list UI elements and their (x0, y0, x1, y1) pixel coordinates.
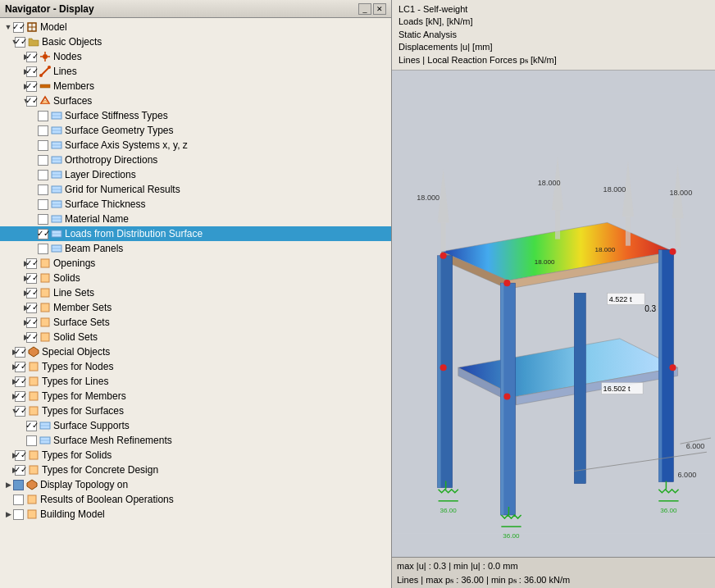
checkbox-surface-supports[interactable]: ✓ (26, 421, 37, 431)
checkbox-surface-sets[interactable]: ✓ (26, 317, 37, 328)
checkbox-surface-mesh[interactable] (26, 435, 37, 446)
icon-grid (50, 183, 63, 196)
3d-viewport[interactable]: 18.000 18.000 18.000 18.000 18.000 18.00… (392, 71, 715, 557)
tree-item-beam-panels[interactable]: ▶Beam Panels (0, 241, 391, 256)
tree-item-types-lines[interactable]: ▶✓Types for Lines (0, 374, 391, 389)
expander-nodes[interactable]: ▶ (2, 51, 26, 62)
tree-item-solids[interactable]: ▶✓Solids (0, 271, 391, 285)
tree-item-display-topology[interactable]: ▶Display Topology on (0, 477, 391, 492)
svg-text:0.3: 0.3 (644, 304, 656, 313)
checkbox-grid[interactable] (38, 185, 48, 195)
label-lines: Lines (53, 66, 77, 77)
svg-rect-67 (500, 283, 503, 515)
checkbox-types-members[interactable]: ✓ (15, 391, 25, 402)
icon-types-concrete (27, 463, 40, 476)
tree-item-basic-objects[interactable]: ▼✓Basic Objects (0, 34, 391, 49)
expander-member-sets[interactable]: ▶ (2, 302, 26, 313)
tree-container[interactable]: ▼✓Model▼✓Basic Objects▶✓Nodes▶✓Lines▶✓Me… (0, 18, 391, 588)
tree-item-types-surfaces[interactable]: ▼✓Types for Surfaces (0, 403, 391, 418)
checkbox-types-surfaces[interactable]: ✓ (15, 406, 25, 417)
checkbox-lines[interactable]: ✓ (26, 66, 37, 77)
checkbox-solids[interactable]: ✓ (26, 273, 37, 284)
svg-rect-34 (41, 259, 49, 267)
tree-item-layer[interactable]: ▶Layer Directions (0, 167, 391, 182)
checkbox-members[interactable]: ✓ (26, 81, 37, 92)
checkbox-surface-geometry[interactable] (38, 125, 48, 136)
tree-item-member-sets[interactable]: ▶✓Member Sets (0, 300, 391, 315)
checkbox-special-objects[interactable]: ✓ (15, 347, 25, 358)
close-button[interactable]: ✕ (373, 3, 386, 15)
tree-item-types-nodes[interactable]: ▶✓Types for Nodes (0, 359, 391, 374)
svg-text:4.522 t: 4.522 t (609, 295, 632, 303)
tree-item-orthotropy[interactable]: ▶Orthotropy Directions (0, 153, 391, 167)
expander-solid-sets[interactable]: ▶ (2, 331, 26, 343)
tree-item-building-model[interactable]: ▶Building Model (0, 507, 391, 522)
checkbox-results-boolean[interactable] (13, 495, 24, 505)
right-panel: LC1 - Self-weight Loads [kN], [kN/m] Sta… (392, 0, 715, 588)
expander-openings[interactable]: ▶ (2, 258, 26, 269)
tree-item-loads-dist[interactable]: ▶✓Loads from Distribution Surface (0, 226, 391, 241)
tree-item-surfaces[interactable]: ▼✓Surfaces (0, 93, 391, 108)
svg-rect-66 (658, 250, 662, 482)
checkbox-nodes[interactable]: ✓ (26, 52, 37, 62)
tree-item-solid-sets[interactable]: ▶✓Solid Sets (0, 330, 391, 344)
checkbox-material[interactable] (38, 214, 48, 225)
checkbox-types-lines[interactable]: ✓ (15, 376, 25, 387)
checkbox-basic-objects[interactable]: ✓ (15, 37, 25, 48)
label-surface-supports: Surface Supports (53, 420, 130, 431)
tree-item-surface-supports[interactable]: ▶✓Surface Supports (0, 418, 391, 433)
minimize-button[interactable]: _ (358, 3, 371, 15)
checkbox-surface-stiffness[interactable] (38, 111, 48, 121)
tree-item-model[interactable]: ▼✓Model (0, 20, 391, 34)
checkbox-types-concrete[interactable]: ✓ (15, 465, 25, 476)
expander-building-model[interactable]: ▶ (2, 508, 13, 520)
tree-item-surface-mesh[interactable]: ▶Surface Mesh Refinements (0, 433, 391, 448)
expander-lines[interactable]: ▶ (2, 66, 26, 77)
tree-item-surface-axis[interactable]: ▶Surface Axis Systems x, y, z (0, 138, 391, 153)
tree-item-material[interactable]: ▶Material Name (0, 212, 391, 226)
tree-item-special-objects[interactable]: ▶✓Special Objects (0, 344, 391, 359)
svg-rect-41 (30, 362, 38, 371)
checkbox-loads-dist[interactable]: ✓ (38, 229, 48, 239)
checkbox-surfaces[interactable]: ✓ (26, 96, 37, 107)
icon-types-lines (27, 375, 40, 388)
checkbox-building-model[interactable] (13, 509, 24, 520)
expander-members[interactable]: ▶ (2, 80, 26, 92)
tree-item-thickness[interactable]: ▶Surface Thickness (0, 197, 391, 212)
tree-item-members[interactable]: ▶✓Members (0, 79, 391, 93)
expander-solids[interactable]: ▶ (2, 272, 26, 284)
tree-item-types-solids[interactable]: ▶✓Types for Solids (0, 448, 391, 463)
checkbox-openings[interactable]: ✓ (26, 258, 37, 269)
tree-item-results-boolean[interactable]: ▶Results of Boolean Operations (0, 492, 391, 507)
icon-orthotropy (50, 153, 63, 166)
expander-line-sets[interactable]: ▶ (2, 287, 26, 299)
panel-header: Navigator - Display _ ✕ (0, 0, 391, 18)
tree-item-line-sets[interactable]: ▶✓Line Sets (0, 285, 391, 300)
tree-item-types-members[interactable]: ▶✓Types for Members (0, 389, 391, 403)
svg-rect-81 (676, 218, 681, 247)
checkbox-member-sets[interactable]: ✓ (26, 303, 37, 313)
expander-surface-sets[interactable]: ▶ (2, 317, 26, 328)
expander-display-topology[interactable]: ▶ (2, 479, 13, 490)
svg-rect-42 (30, 377, 38, 385)
checkbox-types-nodes[interactable]: ✓ (15, 362, 25, 372)
checkbox-beam-panels[interactable] (38, 244, 48, 254)
checkbox-surface-axis[interactable] (38, 140, 48, 151)
checkbox-model[interactable]: ✓ (13, 22, 24, 33)
tree-item-grid[interactable]: ▶Grid for Numerical Results (0, 182, 391, 197)
tree-item-surface-geometry[interactable]: ▶Surface Geometry Types (0, 123, 391, 138)
checkbox-types-solids[interactable]: ✓ (15, 450, 25, 461)
tree-item-openings[interactable]: ▶✓Openings (0, 256, 391, 271)
checkbox-layer[interactable] (38, 170, 48, 180)
checkbox-thickness[interactable] (38, 199, 48, 210)
tree-item-nodes[interactable]: ▶✓Nodes (0, 49, 391, 64)
tree-item-surface-stiffness[interactable]: ▶Surface Stiffness Types (0, 108, 391, 123)
tree-item-types-concrete[interactable]: ▶✓Types for Concrete Design (0, 463, 391, 477)
tree-item-lines[interactable]: ▶✓Lines (0, 64, 391, 79)
checkbox-display-topology[interactable] (13, 480, 24, 490)
tree-item-surface-sets[interactable]: ▶✓Surface Sets (0, 315, 391, 330)
checkbox-solid-sets[interactable]: ✓ (26, 332, 37, 343)
expander-surfaces[interactable]: ▼ (2, 95, 26, 107)
checkbox-line-sets[interactable]: ✓ (26, 288, 37, 299)
checkbox-orthotropy[interactable] (38, 155, 48, 166)
